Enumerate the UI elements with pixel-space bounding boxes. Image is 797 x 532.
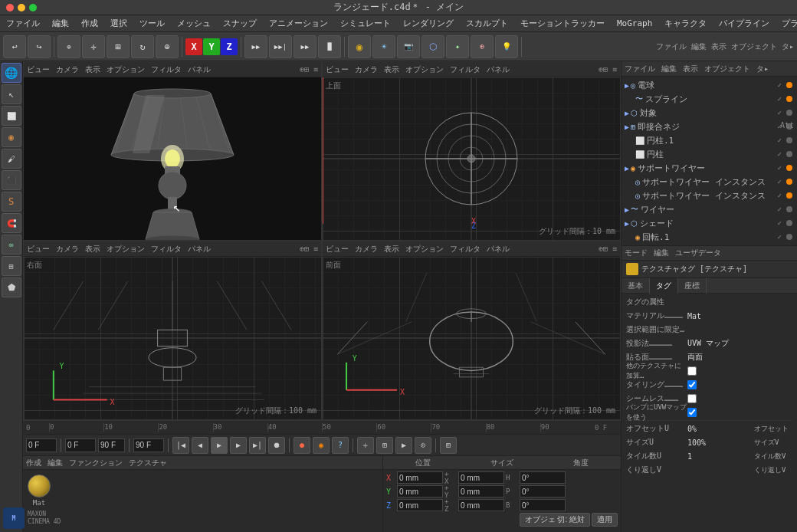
y-size-input[interactable]: [458, 485, 504, 498]
vp-top-display[interactable]: 表示: [384, 64, 399, 75]
camera-btn[interactable]: 📷: [397, 35, 420, 58]
bump-uvw-check[interactable]: [687, 408, 697, 417]
minimize-button[interactable]: [18, 4, 25, 11]
vp-right-display[interactable]: 表示: [85, 244, 100, 255]
layout-btn[interactable]: ⊞: [440, 437, 457, 454]
x-size-input[interactable]: [458, 471, 504, 484]
menu-motion[interactable]: モーショントラッカー: [517, 18, 608, 29]
vp-front-view[interactable]: ビュー: [326, 244, 349, 255]
tool-sphere[interactable]: ◉: [2, 127, 21, 147]
tool-loop[interactable]: ∞: [2, 235, 21, 255]
goto-end-btn[interactable]: ▶|: [249, 437, 266, 454]
help-btn[interactable]: ?: [332, 437, 349, 454]
end2-frame-input[interactable]: [133, 438, 164, 452]
menu-mesh[interactable]: メッシュ: [174, 18, 214, 29]
tree-item-cyl[interactable]: ⬜ 円柱 ✓: [622, 147, 797, 161]
mat-tab-create[interactable]: 作成: [26, 458, 41, 468]
deformer-btn[interactable]: ⬡: [421, 35, 444, 58]
additive-check[interactable]: [687, 366, 697, 376]
tree-item-cyl1[interactable]: ⬜ 円柱.1 ✓: [622, 133, 797, 147]
redo-button[interactable]: ↪: [28, 35, 51, 58]
window-controls[interactable]: [6, 4, 37, 11]
menu-plugin[interactable]: プラグイン: [779, 18, 797, 29]
viewport-top[interactable]: ビュー カメラ 表示 オプション フィルタ パネル ⊕⊞ ≡ 上面: [322, 61, 621, 241]
render-region-btn[interactable]: ▶▶: [244, 35, 267, 58]
prev-frame-btn[interactable]: ◀: [192, 437, 208, 454]
tiling-check[interactable]: [687, 380, 697, 389]
material-btn[interactable]: ◉: [348, 35, 371, 58]
vp-top-filter[interactable]: フィルタ: [450, 64, 480, 75]
props-menu-edit[interactable]: 編集: [654, 248, 669, 258]
vp-right-options[interactable]: オプション: [107, 244, 145, 255]
vp-front-filter[interactable]: フィルタ: [450, 244, 480, 255]
goto-start-btn[interactable]: |◀: [172, 437, 189, 454]
vp-front-display[interactable]: 表示: [384, 244, 399, 255]
obj-menu-file[interactable]: ファイル: [625, 64, 655, 74]
undo-button[interactable]: ↩: [3, 35, 26, 58]
render-view-btn[interactable]: ▐▌: [318, 35, 341, 58]
right-menu-object[interactable]: オブジェクト: [731, 41, 777, 52]
obj-menu-object[interactable]: オブジェクト: [704, 64, 750, 74]
vp-right-filter[interactable]: フィルタ: [151, 244, 182, 255]
next-frame-btn[interactable]: ▶: [230, 437, 247, 454]
right-menu-edit[interactable]: 編集: [691, 41, 707, 52]
obj-menu-edit[interactable]: 編集: [661, 64, 677, 74]
tool-grid[interactable]: ⊞: [2, 256, 21, 276]
transform-tool[interactable]: ⊕: [156, 35, 179, 58]
timeline2-btn[interactable]: ⊙: [415, 437, 431, 454]
tree-item-neji[interactable]: ▶ ⊞ 即接合ネジ ✓: [622, 120, 797, 133]
move-tool[interactable]: ✛: [82, 35, 105, 58]
light-btn[interactable]: ☀: [372, 35, 395, 58]
menu-render[interactable]: レンダリング: [400, 18, 457, 29]
vp-top-camera[interactable]: カメラ: [355, 64, 378, 75]
menu-simulate[interactable]: シミュレート: [337, 18, 394, 29]
tool-spline[interactable]: S: [2, 192, 21, 212]
render-btn[interactable]: ▶▶: [294, 35, 317, 58]
vp-persp-view[interactable]: ビュー: [27, 64, 50, 75]
playback2-btn[interactable]: ▶: [395, 437, 412, 454]
start-frame-input[interactable]: [65, 438, 96, 452]
rotate-tool[interactable]: ↻: [131, 35, 154, 58]
tree-item-shade[interactable]: ▶ ⬡ シェード ✓: [622, 216, 797, 230]
field-btn[interactable]: ⊕: [471, 35, 494, 58]
p-input[interactable]: [520, 485, 566, 498]
menu-snap[interactable]: スナップ: [220, 18, 260, 29]
z-axis-button[interactable]: Z: [221, 38, 238, 55]
viewport-perspective[interactable]: ビュー カメラ 表示 オプション フィルタ パネル ⊕⊞ ≡: [23, 61, 322, 241]
close-button[interactable]: [6, 4, 14, 11]
tool-box[interactable]: ⬜: [2, 106, 21, 126]
tree-item-rot1[interactable]: ◉ 回転.1 ✓: [622, 230, 797, 244]
vp-front-camera[interactable]: カメラ: [355, 244, 378, 255]
motion-btn[interactable]: ◉: [313, 437, 330, 454]
x-pos-input[interactable]: [397, 471, 443, 484]
play-btn[interactable]: ▶: [211, 437, 228, 454]
tool-bottom[interactable]: ⬟: [2, 277, 21, 297]
select-tool[interactable]: ⊕: [57, 35, 80, 58]
z-pos-input[interactable]: [397, 499, 443, 511]
tab-coords[interactable]: 座標: [678, 278, 707, 294]
menu-character[interactable]: キャラクタ: [661, 18, 710, 29]
right-menu-file[interactable]: ファイル: [656, 41, 687, 52]
menu-create[interactable]: 作成: [78, 18, 101, 29]
vp-persp-camera[interactable]: カメラ: [56, 64, 79, 75]
mat-tab-function[interactable]: ファンクション: [69, 458, 123, 468]
vp-top-view[interactable]: ビュー: [326, 64, 349, 75]
viewport-front[interactable]: ビュー カメラ 表示 オプション フィルタ パネル ⊕⊞ ≡ 前面: [322, 241, 621, 420]
effector-btn[interactable]: ✦: [446, 35, 469, 58]
playback-btn[interactable]: ▶▶|: [269, 35, 292, 58]
mat-tab-edit[interactable]: 編集: [48, 458, 63, 468]
menu-file[interactable]: ファイル: [3, 18, 43, 29]
record-btn[interactable]: ⏺: [268, 437, 285, 454]
scale2-btn[interactable]: ⊞: [376, 437, 393, 454]
menu-pipeline[interactable]: パイプライン: [716, 18, 772, 29]
menu-sculpt[interactable]: スカルプト: [463, 18, 511, 29]
light2-btn[interactable]: 💡: [495, 35, 518, 58]
tab-basic[interactable]: 基本: [622, 278, 650, 294]
vp-right-view[interactable]: ビュー: [27, 244, 50, 255]
tree-item-bulb[interactable]: ▶ ◎ 電球 ✓: [622, 78, 797, 92]
tree-item-taisho[interactable]: ▶ ⬡ 対象 ✓: [622, 106, 797, 120]
right-menu-view[interactable]: 表示: [711, 41, 726, 52]
b-input[interactable]: [520, 499, 566, 511]
tab-tag[interactable]: タグ: [650, 278, 678, 294]
vp-front-panel[interactable]: パネル: [487, 244, 510, 255]
